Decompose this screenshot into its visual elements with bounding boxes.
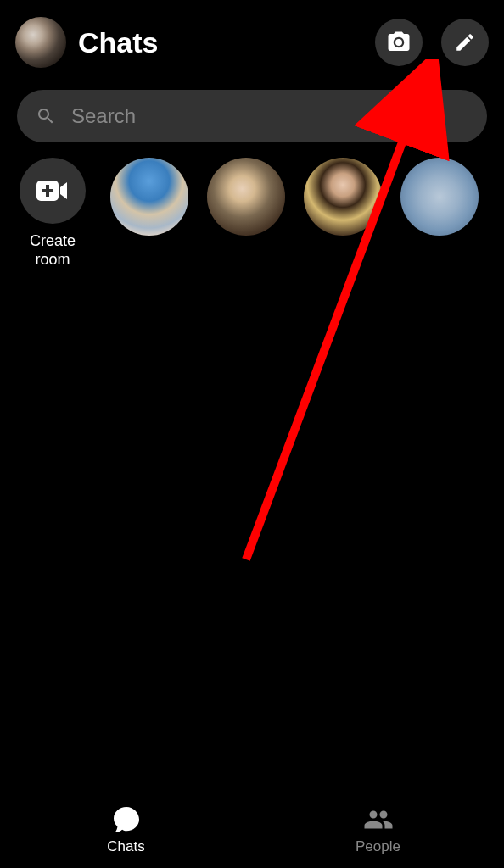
create-room-label: Create room: [14, 232, 92, 269]
header: Chats: [0, 0, 504, 83]
chat-bubble-icon: [111, 804, 142, 835]
create-room-circle: [20, 158, 86, 224]
page-title: Chats: [78, 26, 363, 59]
create-room-button[interactable]: Create room: [14, 158, 92, 269]
search-input[interactable]: [71, 104, 468, 128]
bottom-nav: Chats People: [0, 792, 504, 868]
search-bar[interactable]: [17, 90, 487, 142]
nav-people[interactable]: People: [252, 792, 504, 868]
story-bubble[interactable]: [110, 158, 188, 236]
story-bubble[interactable]: [207, 158, 285, 236]
nav-people-label: People: [356, 838, 400, 855]
search-icon: [36, 106, 56, 126]
people-icon: [361, 804, 395, 835]
profile-avatar[interactable]: [15, 17, 66, 68]
nav-chats-label: Chats: [107, 838, 144, 855]
video-plus-icon: [36, 179, 69, 203]
story-bubble[interactable]: [304, 158, 382, 236]
nav-chats[interactable]: Chats: [0, 792, 252, 868]
camera-button[interactable]: [375, 19, 423, 66]
svg-rect-2: [42, 189, 53, 192]
camera-icon: [386, 30, 412, 55]
story-bubble[interactable]: [400, 158, 479, 236]
compose-button[interactable]: [441, 19, 489, 66]
pencil-icon: [454, 31, 476, 53]
svg-line-4: [246, 72, 428, 559]
stories-row: Create room: [0, 158, 504, 269]
